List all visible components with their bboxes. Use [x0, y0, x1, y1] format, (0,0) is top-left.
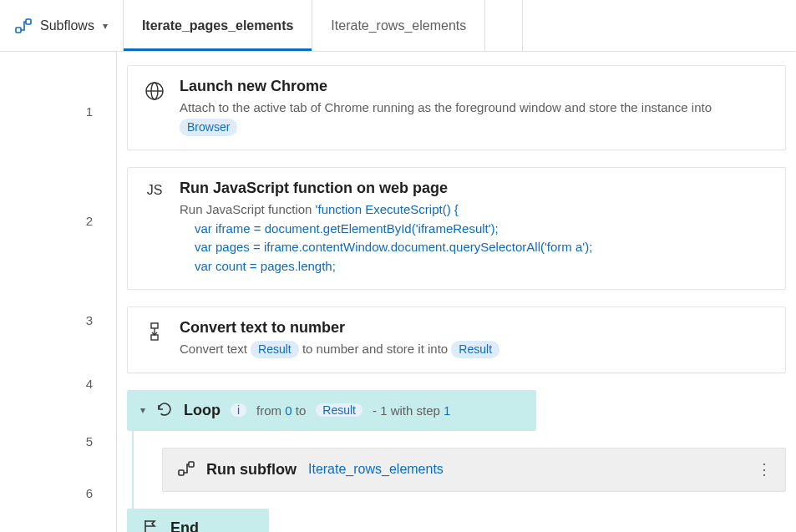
svg-rect-6	[179, 470, 184, 475]
action-title: Run JavaScript function on web page	[180, 180, 770, 197]
workspace: 1 2 3 4 5 6 Launch new Chrome Attach to …	[0, 52, 796, 532]
variable-browser: Browser	[180, 119, 237, 136]
svg-rect-7	[189, 462, 194, 467]
subflow-link[interactable]: Iterate_rows_elements	[308, 462, 444, 477]
tab-label: Iterate_pages_elements	[142, 18, 293, 33]
tab-spacer	[485, 0, 523, 51]
action-run-subflow[interactable]: Run subflow Iterate_rows_elements ⋮	[162, 448, 786, 492]
code-line: var iframe = document.getElementById('if…	[195, 220, 770, 239]
code-line: var pages = iframe.contentWindow.documen…	[195, 238, 770, 257]
loop-variable: i	[231, 403, 246, 417]
line-number: 4	[0, 356, 116, 411]
actions-column: Launch new Chrome Attach to the active t…	[117, 52, 796, 532]
subflow-icon	[15, 18, 32, 34]
action-description: Attach to the active tab of Chrome runni…	[180, 99, 770, 136]
subflows-dropdown[interactable]: Subflows ▾	[0, 0, 124, 51]
chevron-down-icon[interactable]: ▾	[140, 404, 145, 416]
action-title: Convert text to number	[180, 319, 770, 337]
svg-rect-0	[16, 28, 21, 33]
variable-result: Result	[451, 341, 499, 358]
action-convert-text[interactable]: Convert text to number Convert text Resu…	[127, 307, 786, 373]
subflow-icon	[178, 460, 195, 479]
end-label: End	[170, 519, 199, 533]
tab-iterate-pages[interactable]: Iterate_pages_elements	[124, 0, 312, 51]
desc-text: Attach to the active tab of Chrome runni…	[180, 100, 712, 114]
line-gutter: 1 2 3 4 5 6	[0, 52, 117, 532]
action-run-js[interactable]: JS Run JavaScript function on web page R…	[127, 167, 786, 290]
variable-result: Result	[251, 341, 299, 358]
loop-from-label: from 0 to	[256, 403, 306, 418]
line-number: 6	[0, 471, 116, 514]
line-number: 3	[0, 284, 116, 356]
line-number: 2	[0, 157, 116, 284]
convert-icon	[143, 319, 166, 359]
tab-iterate-rows[interactable]: Iterate_rows_elements	[312, 0, 485, 51]
more-icon[interactable]: ⋮	[757, 460, 773, 479]
line-number: 5	[0, 411, 116, 471]
js-icon: JS	[143, 180, 166, 276]
svg-rect-4	[151, 323, 158, 328]
action-launch-chrome[interactable]: Launch new Chrome Attach to the active t…	[127, 65, 786, 150]
globe-icon	[143, 78, 166, 136]
action-description: Convert text Result to number and store …	[180, 340, 770, 359]
subflows-label: Subflows	[40, 18, 94, 33]
svg-rect-1	[26, 19, 31, 24]
loop-title: Loop	[184, 402, 221, 419]
chevron-down-icon: ▾	[103, 20, 108, 32]
txt: - 1 with step	[373, 403, 440, 418]
txt: from	[256, 403, 281, 418]
tab-bar: Subflows ▾ Iterate_pages_elements Iterat…	[0, 0, 796, 52]
tab-label: Iterate_rows_elements	[331, 18, 466, 33]
action-loop[interactable]: ▾ Loop i from 0 to Result - 1 with step	[127, 390, 536, 431]
action-end[interactable]: End	[127, 509, 269, 533]
loop-icon	[155, 400, 174, 421]
flag-icon	[142, 519, 159, 533]
loop-suffix: - 1 with step 1	[373, 403, 450, 418]
loop-step: 1	[444, 403, 450, 418]
action-title: Run subflow	[206, 461, 297, 479]
desc-text: Convert text	[180, 342, 251, 356]
loop-from-value: 0	[285, 403, 292, 418]
txt: to	[296, 403, 307, 418]
loop-container: ▾ Loop i from 0 to Result - 1 with step	[127, 390, 786, 533]
desc-text: to number and store it into	[302, 342, 451, 356]
action-description: Run JavaScript function 'function Execut…	[180, 200, 770, 276]
line-number: 1	[0, 65, 116, 157]
loop-to-variable: Result	[316, 403, 363, 417]
desc-text: Run JavaScript function	[180, 202, 316, 216]
code-line: var count = pages.length;	[195, 257, 770, 276]
code-line: 'function ExecuteScript() {	[316, 202, 459, 216]
action-title: Launch new Chrome	[180, 78, 770, 95]
